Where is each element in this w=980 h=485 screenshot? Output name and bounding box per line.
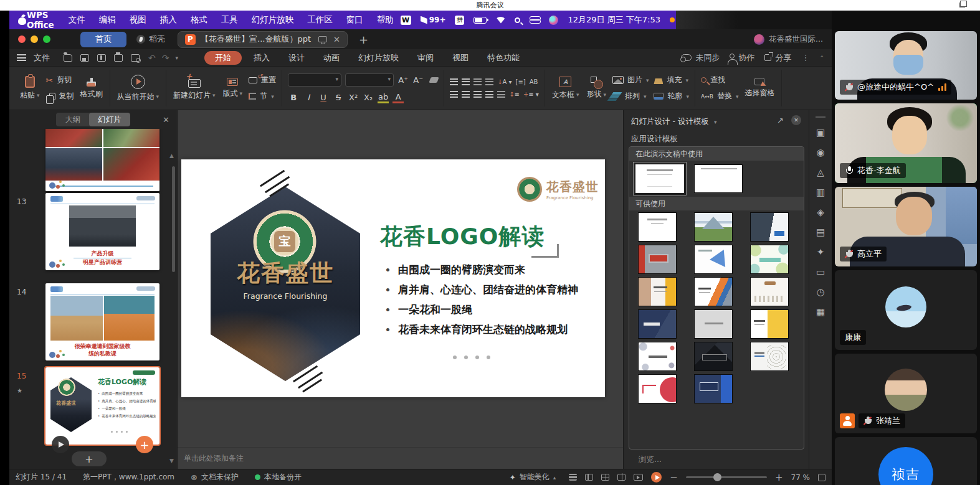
justify-icon[interactable]	[485, 91, 493, 98]
menu-item[interactable]: 帮助	[370, 14, 401, 26]
font-size-select[interactable]	[345, 73, 394, 87]
ribbon-tab-item[interactable]: 插入	[244, 52, 279, 64]
pane-switch-icon[interactable]: ▣	[816, 128, 825, 138]
reading-view-icon[interactable]	[617, 474, 626, 481]
slide-sorter-view-icon[interactable]	[601, 474, 609, 481]
template-thumbnail[interactable]	[694, 245, 733, 274]
decrease-indent-icon[interactable]	[473, 78, 482, 85]
increase-indent-icon[interactable]	[485, 78, 493, 85]
replace-button[interactable]: A↔B替换▾	[701, 91, 738, 101]
slide-thumbnail-14[interactable]: 很荣幸邀请到国家级教 练的私教课	[45, 283, 159, 360]
italic-button[interactable]: I	[303, 93, 314, 102]
slide-title[interactable]: 花香LOGO解读	[380, 222, 545, 252]
scroll-up-icon[interactable]: ▲	[169, 153, 174, 159]
char-spacing-icon[interactable]: AB	[530, 78, 538, 85]
menubar-clock[interactable]: 12月29日 周三 下午7:53	[568, 14, 660, 26]
participant-tile[interactable]: 高立平	[835, 187, 977, 266]
used-template[interactable]	[694, 164, 743, 193]
layout-button[interactable]: 版式▾	[222, 78, 244, 99]
zoom-in-button[interactable]: +	[775, 472, 783, 483]
strikethrough-button[interactable]: S	[333, 93, 344, 102]
ribbon-tab-item[interactable]: 动画	[314, 52, 349, 64]
slideshow-icon[interactable]	[634, 474, 643, 481]
template-thumbnail[interactable]	[694, 374, 733, 403]
participant-tile[interactable]: 张靖兰	[835, 354, 977, 433]
menu-item[interactable]: 格式	[184, 14, 214, 26]
slide-bullet-list[interactable]: 由围成一圈的臂膀演变而来肩并肩、心连心、团结奋进的体育精神一朵花和一股绳花香未来…	[385, 260, 578, 340]
redo-icon[interactable]: ↷	[162, 53, 169, 63]
tab-document[interactable]: P 【花香盛世】宣...金航版）ppt ✕	[178, 31, 348, 48]
participant-tile[interactable]: 祯吉	[835, 437, 977, 485]
pane-expand-icon[interactable]: ↗	[777, 116, 784, 125]
align-left-icon[interactable]	[450, 91, 458, 98]
window-restore-icon[interactable]	[959, 2, 965, 7]
align-text-icon[interactable]: [≡]	[516, 78, 526, 85]
normal-view-icon[interactable]	[585, 474, 593, 481]
template-thumbnail[interactable]	[638, 277, 677, 306]
textbox-button[interactable]: A 文本框▾	[551, 77, 581, 100]
ribbon-tab-item[interactable]: 审阅	[408, 52, 443, 64]
play-slide-button[interactable]	[52, 436, 69, 453]
slide-thumbnail-12[interactable]	[45, 129, 159, 191]
template-thumbnail[interactable]	[750, 342, 789, 371]
template-thumbnail[interactable]	[638, 342, 677, 371]
template-thumbnail[interactable]	[638, 374, 677, 403]
browse-templates-button[interactable]: 浏览...	[639, 454, 662, 465]
template-thumbnail[interactable]	[638, 309, 677, 339]
account-area[interactable]: 花香盛世国际...	[754, 34, 823, 45]
menu-item[interactable]: 幻灯片放映	[245, 14, 301, 26]
decrease-font-button[interactable]: A⁻	[412, 75, 424, 85]
shape-button[interactable]: 形状▾	[585, 77, 607, 100]
close-tab-icon[interactable]: ✕	[333, 35, 340, 44]
close-panel-icon[interactable]: ✕	[163, 115, 169, 125]
hamburger-menu-icon[interactable]	[17, 54, 26, 61]
smartart-pane-icon[interactable]: ◬	[817, 168, 824, 177]
template-thumbnail[interactable]	[750, 245, 789, 274]
format-painter-button[interactable]: 格式刷	[79, 77, 104, 100]
superscript-button[interactable]: X²	[348, 93, 359, 102]
ribbon-tab-item[interactable]: 设计	[279, 52, 314, 64]
used-template-selected[interactable]	[633, 162, 687, 195]
fit-slide-button[interactable]	[818, 474, 825, 481]
menu-item[interactable]: 文件	[62, 14, 92, 26]
font-name-select[interactable]	[288, 73, 341, 87]
underline-button[interactable]: U	[318, 93, 329, 102]
template-thumbnail[interactable]	[638, 212, 677, 242]
zoom-window-button[interactable]	[43, 35, 50, 43]
arrange-button[interactable]: 排列▾	[612, 91, 649, 101]
picture-button[interactable]: 图片▾	[612, 75, 649, 85]
reset-button[interactable]: 重置	[249, 75, 276, 85]
menu-item[interactable]: 编辑	[92, 14, 123, 26]
print-preview-icon[interactable]	[131, 54, 140, 62]
open-icon[interactable]	[64, 54, 72, 62]
pane-dropdown-icon[interactable]: ▾	[714, 119, 717, 125]
battery-icon[interactable]	[473, 17, 487, 24]
cut-button[interactable]: ✂剪切	[46, 75, 74, 85]
template-thumbnail[interactable]	[694, 342, 733, 371]
menu-item[interactable]: 窗口	[340, 14, 370, 26]
find-button[interactable]: 查找	[701, 75, 738, 85]
notes-divider[interactable]	[178, 447, 623, 448]
menu-item[interactable]: 插入	[153, 14, 184, 26]
template-thumbnail[interactable]	[750, 309, 789, 339]
slide-canvas[interactable]: 宝 花香盛世 Fragrance Flourishing 花香盛世 Fragra…	[181, 159, 605, 397]
siri-icon[interactable]	[549, 16, 558, 25]
backup-status[interactable]: 本地备份开	[255, 472, 302, 483]
ribbon-tab-item[interactable]: 视图	[443, 52, 478, 64]
template-thumbnail[interactable]	[694, 212, 733, 242]
paste-button[interactable]: 粘贴▾	[19, 76, 41, 101]
pinyin-input-icon[interactable]: 拼	[455, 16, 464, 25]
effects-pane-icon[interactable]: ✦	[817, 248, 825, 257]
smart-beautify-button[interactable]: ✦智能美化▴	[510, 472, 556, 483]
fill-button[interactable]: 填充▾	[654, 75, 689, 85]
section-button[interactable]: 节▾	[249, 91, 276, 101]
increase-font-button[interactable]: A⁺	[397, 75, 409, 85]
bullets-icon[interactable]	[450, 78, 458, 85]
print-icon[interactable]	[114, 54, 123, 62]
highlight-button[interactable]: ab	[378, 92, 389, 103]
slide-thumbnail-13[interactable]: 产品升级 明星产品训练营	[45, 193, 159, 270]
copy-button[interactable]: 复制	[46, 91, 74, 101]
notification-badge-icon[interactable]: 99+	[421, 16, 446, 24]
tab-docer[interactable]: 稻壳	[136, 34, 165, 45]
collapse-ribbon-icon[interactable]: ⌃	[819, 55, 824, 61]
